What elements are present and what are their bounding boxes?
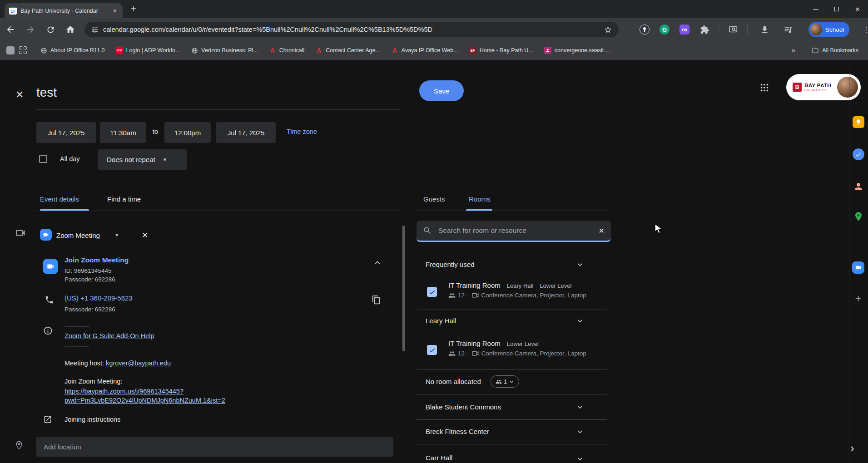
tab-guests[interactable]: Guests [423, 195, 445, 203]
tab-event-details[interactable]: Event details [40, 195, 79, 203]
account-avatar[interactable] [837, 77, 858, 98]
reload-button[interactable] [45, 24, 56, 35]
maximize-button[interactable] [826, 0, 847, 18]
room-checkbox-checked[interactable] [427, 287, 437, 297]
collapse-chevron-up-icon[interactable] [372, 258, 382, 268]
room-search-input[interactable] [438, 227, 592, 235]
media-controls-icon[interactable] [782, 24, 794, 35]
conference-provider-label[interactable]: Zoom Meeting [56, 232, 100, 239]
google-keep-icon[interactable] [852, 116, 864, 128]
site-settings-icon[interactable] [91, 26, 99, 34]
room-row[interactable]: IT Training Room Lower Level 12 · Confer… [448, 340, 608, 357]
section-breck-fitness-center[interactable]: Breck Fitness Center [426, 428, 489, 435]
browser-tab[interactable]: 17 Bay Path University - Calendar ✕ [5, 3, 123, 18]
join-url-line1[interactable]: https://baypath.zoom.us/j/96961345445? [64, 388, 184, 395]
end-time-field[interactable]: 12:00pm [164, 122, 211, 143]
bookmark-avaya-ip-office[interactable]: AAvaya IP Office Web... [388, 47, 461, 54]
no-room-count-pill[interactable]: 1 [491, 375, 519, 388]
tab-rooms[interactable]: Rooms [469, 195, 491, 203]
window-titlebar: 17 Bay Path University - Calendar ✕ + ✕ [0, 0, 868, 18]
bookmarks-overflow-icon[interactable]: » [791, 46, 795, 54]
start-time-field[interactable]: 11:30am [100, 122, 146, 143]
folder-icon [812, 47, 819, 54]
back-button[interactable] [5, 24, 16, 35]
recurrence-dropdown[interactable]: Does not repeat ▾ [98, 149, 187, 170]
join-zoom-meeting-link[interactable]: Join Zoom Meeting [64, 256, 129, 264]
bookmark-contact-center[interactable]: AContact Center Age... [312, 47, 383, 54]
grammarly-extension-icon[interactable]: G [659, 24, 670, 35]
dial-in-number-link[interactable]: (US) +1 360-209-5623 [64, 294, 133, 302]
remove-conference-icon[interactable]: ✕ [142, 231, 148, 240]
section-leary-hall[interactable]: Leary Hall [426, 317, 456, 325]
url-text[interactable]: calendar.google.com/calendar/u/0/r/event… [103, 26, 599, 33]
scrollbar-thumb[interactable] [402, 226, 405, 351]
bookmark-about-ip-office[interactable]: About IP Office R11.0 [37, 47, 108, 54]
baypath-icon: BP [469, 47, 476, 54]
joining-instructions-link[interactable]: Joining instructions [64, 416, 120, 423]
chevron-down-icon[interactable] [576, 455, 584, 463]
apps-shortcut-icon[interactable] [19, 46, 27, 54]
room-row[interactable]: IT Training Room Leary Hall Lower Level … [448, 281, 608, 299]
chevron-down-icon[interactable] [576, 261, 584, 269]
provider-dropdown-icon[interactable]: ▾ [115, 232, 119, 238]
zoom-help-link[interactable]: Zoom for G Suite Add-On Help [64, 332, 154, 340]
all-day-checkbox[interactable] [39, 155, 47, 163]
clear-search-icon[interactable]: ✕ [599, 227, 605, 235]
password-manager-extension-icon[interactable] [639, 24, 650, 35]
browser-profile-chip[interactable]: School [808, 22, 849, 37]
grammarly-badge: G [660, 25, 670, 34]
zoom-addon-icon[interactable] [852, 261, 864, 274]
separator-dot: · [467, 350, 469, 357]
account-switcher[interactable]: B BAY PATHUNIVERSITY [786, 74, 861, 100]
copy-icon[interactable] [372, 295, 381, 305]
list-divider [417, 369, 607, 370]
tab-close-icon[interactable]: ✕ [111, 7, 119, 15]
bookmark-convergeone[interactable]: convergeone.saasit.... [541, 47, 613, 54]
forward-button[interactable] [25, 24, 36, 35]
bookmark-chronicall[interactable]: AChronicall [266, 47, 308, 54]
section-frequently-used[interactable]: Frequently used [426, 261, 475, 268]
join-url-line2[interactable]: pwd=Pm3LvbE92O2y4lUpNDMJpN6nbNZuuM.1&jst… [64, 397, 225, 404]
section-blake-student-commons[interactable]: Blake Student Commons [426, 403, 501, 411]
close-event-icon[interactable]: ✕ [15, 89, 24, 101]
timezone-link[interactable]: Time zone [287, 128, 317, 135]
google-contacts-icon[interactable] [852, 181, 864, 192]
read-write-extension-icon[interactable]: rw [679, 24, 690, 35]
save-button[interactable]: Save [419, 80, 464, 101]
room-search-box[interactable]: ✕ [417, 221, 611, 242]
no-room-count: 1 [504, 378, 507, 385]
extensions-puzzle-icon[interactable] [699, 24, 710, 35]
tab-find-a-time[interactable]: Find a time [107, 195, 141, 203]
chevron-down-icon[interactable] [576, 428, 584, 436]
section-carr-hall[interactable]: Carr Hall [426, 454, 452, 462]
get-addons-plus-icon[interactable]: + [852, 292, 864, 305]
new-tab-button[interactable]: + [131, 4, 136, 14]
downloads-icon[interactable] [759, 24, 770, 35]
side-panel-icon[interactable] [6, 46, 15, 54]
room-checkbox-checked[interactable] [427, 345, 437, 355]
room-name: IT Training Room [448, 340, 501, 347]
google-tasks-icon[interactable] [852, 148, 864, 160]
globe-icon [40, 47, 47, 54]
tab-search-icon[interactable] [727, 24, 739, 35]
close-window-button[interactable]: ✕ [847, 0, 868, 18]
bookmark-star-icon[interactable] [604, 25, 612, 34]
side-panel-collapse-icon[interactable]: › [850, 441, 854, 455]
chevron-down-icon[interactable] [576, 317, 584, 325]
address-bar[interactable]: calendar.google.com/calendar/u/0/r/event… [84, 22, 619, 37]
bookmark-verizon[interactable]: Verizon Business: Pl... [188, 47, 261, 54]
all-bookmarks-button[interactable]: All Bookmarks [808, 47, 862, 54]
location-input[interactable] [36, 443, 393, 451]
google-apps-grid-icon[interactable] [759, 83, 769, 93]
google-maps-icon[interactable] [852, 211, 864, 222]
minimize-button[interactable] [805, 0, 826, 18]
host-email-link[interactable]: kgrover@baypath.edu [106, 360, 171, 367]
end-date-field[interactable]: Jul 17, 2025 [216, 122, 276, 143]
browser-menu-icon[interactable]: ⋮ [862, 25, 868, 34]
chevron-down-icon[interactable] [576, 403, 584, 411]
home-button[interactable] [64, 24, 76, 35]
start-date-field[interactable]: Jul 17, 2025 [36, 122, 96, 143]
event-title-input[interactable]: test [36, 85, 57, 100]
bookmark-adp-login[interactable]: ADPLogin | ADP Workfo... [113, 47, 184, 54]
bookmark-baypath-home[interactable]: BPHome - Bay Path U... [466, 47, 536, 54]
